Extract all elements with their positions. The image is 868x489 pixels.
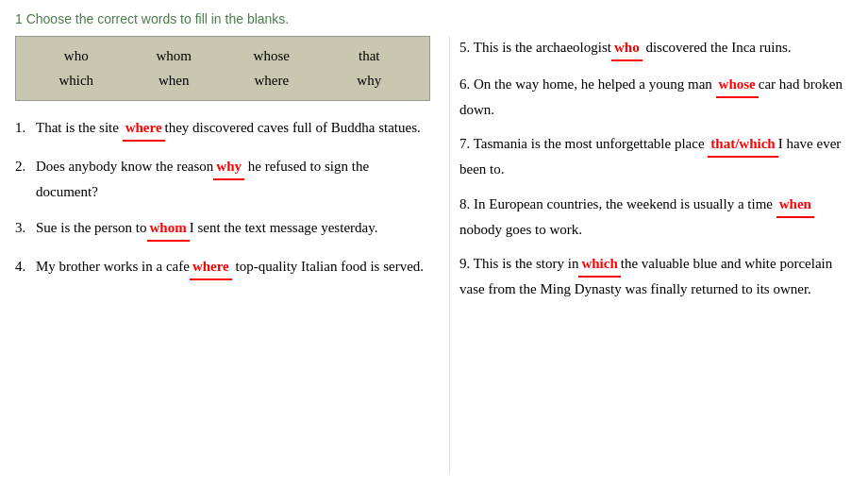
right-item-6: 6. On the way home, he helped a young ma… bbox=[459, 73, 853, 122]
left-column: who whom whose that which when where why… bbox=[15, 36, 449, 474]
left-item-2: 2. Does anybody know the reasonwhy he re… bbox=[15, 155, 430, 204]
item-number-4: 4. bbox=[15, 255, 36, 280]
answer-1: where bbox=[123, 116, 165, 142]
right-column: 5. This is the archaeologistwho discover… bbox=[449, 36, 853, 474]
word-whose: whose bbox=[223, 44, 321, 69]
left-item-3: 3. Sue is the person towhomI sent the te… bbox=[15, 216, 430, 242]
word-box: who whom whose that which when where why bbox=[15, 36, 430, 101]
right-item-7: 7. Tasmania is the most unforgettable pl… bbox=[459, 132, 853, 181]
right-number-6: 6. On the way home, he helped a young ma… bbox=[459, 76, 716, 92]
right-answer-5: who bbox=[611, 36, 643, 61]
instruction-text: 1 Choose the correct words to fill in th… bbox=[15, 11, 853, 26]
right-answer-9: which bbox=[578, 252, 620, 278]
answer-4: where bbox=[190, 255, 232, 280]
right-after-5: discovered the Inca ruins. bbox=[643, 40, 792, 55]
right-answer-6: whose bbox=[716, 73, 759, 98]
right-after-8: nobody goes to work. bbox=[459, 222, 582, 237]
item-number-2: 2. bbox=[15, 155, 36, 204]
answer-2: why bbox=[213, 155, 244, 180]
page: 1 Choose the correct words to fill in th… bbox=[0, 0, 868, 489]
right-number-5: 5. This is the archaeologist bbox=[459, 40, 611, 55]
word-which: which bbox=[27, 69, 125, 93]
right-number-9: 9. This is the story in bbox=[459, 256, 578, 271]
word-where: where bbox=[223, 69, 321, 93]
right-answer-8: when bbox=[776, 193, 814, 218]
left-item-4: 4. My brother works in a cafewhere top-q… bbox=[15, 255, 430, 280]
item-text-1: That is the site wherethey discovered ca… bbox=[36, 116, 430, 142]
answer-3: whom bbox=[147, 216, 190, 242]
item-text-3: Sue is the person towhomI sent the text … bbox=[36, 216, 430, 242]
right-number-7: 7. Tasmania is the most unforgettable pl… bbox=[459, 136, 708, 151]
right-item-9: 9. This is the story inwhichthe valuable… bbox=[459, 252, 853, 301]
item-text-2: Does anybody know the reasonwhy he refus… bbox=[36, 155, 430, 204]
word-when: when bbox=[125, 69, 224, 93]
content-area: who whom whose that which when where why… bbox=[15, 36, 853, 474]
right-item-8: 8. In European countries, the weekend is… bbox=[459, 193, 853, 242]
word-why: why bbox=[321, 69, 419, 93]
item-number-3: 3. bbox=[15, 216, 36, 242]
item-text-4: My brother works in a cafewhere top-qual… bbox=[36, 255, 430, 280]
right-number-8: 8. In European countries, the weekend is… bbox=[459, 196, 776, 211]
left-exercise-list: 1. That is the site wherethey discovered… bbox=[15, 116, 430, 280]
left-item-1: 1. That is the site wherethey discovered… bbox=[15, 116, 430, 142]
word-whom: whom bbox=[125, 44, 224, 69]
right-item-5: 5. This is the archaeologistwho discover… bbox=[459, 36, 853, 61]
word-who: who bbox=[27, 44, 125, 69]
word-that: that bbox=[321, 44, 419, 69]
right-answer-7: that/which bbox=[708, 132, 777, 158]
item-number-1: 1. bbox=[15, 116, 36, 142]
